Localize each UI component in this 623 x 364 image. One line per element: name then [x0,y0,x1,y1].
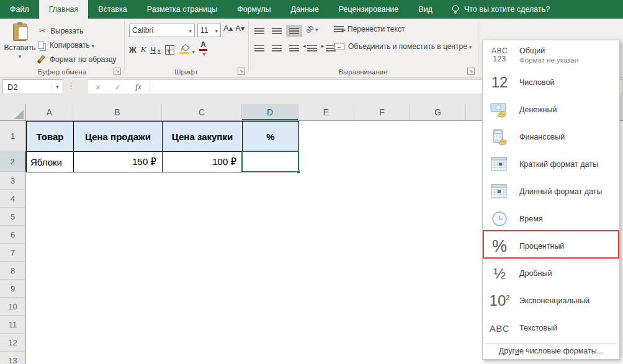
wrap-text-button[interactable]: ↵ Перенести текст [334,25,405,33]
align-bottom-button[interactable] [286,25,302,37]
copy-button[interactable]: Копировать [36,38,119,51]
insert-function-icon[interactable]: fx [127,82,150,92]
paste-button[interactable]: Вставить ▾ [5,22,35,68]
menu-item-general[interactable]: ABC123 ОбщийФормат не указан [483,42,619,69]
indent-right-icon: ▸ [321,43,325,49]
menu-item-fraction[interactable]: ½ Дробный [483,260,619,287]
name-box[interactable]: D2 ▾ [2,79,63,94]
cell-a1[interactable]: Товар [26,121,74,152]
more-number-formats-item[interactable]: Другие числовые форматы... [483,347,619,359]
dialog-launcher-icon[interactable] [114,68,121,75]
row-header-6[interactable]: 6 [0,226,26,244]
align-center-icon [272,45,282,52]
cut-button[interactable]: ✂ Вырезать [36,24,119,37]
selected-cell-d2[interactable] [241,151,299,172]
tab-formulas[interactable]: Формулы [227,0,280,19]
format-painter-label: Формат по образцу [50,55,117,64]
font-size-combobox[interactable]: 11 [197,24,221,37]
tab-review[interactable]: Рецензирование [329,0,409,19]
row-header-2[interactable]: 2 [0,151,26,172]
fill-color-button[interactable] [179,44,195,56]
font-name-value: Calibri [132,26,153,35]
decrease-indent-button[interactable]: ◂ [304,42,320,55]
row-header-7[interactable]: 7 [0,244,26,262]
column-header-b[interactable]: B [73,104,162,120]
menu-item-long-date[interactable]: Длинный формат даты [483,178,619,205]
align-right-button[interactable] [286,42,302,55]
column-header-c[interactable]: C [162,104,242,120]
column-header-a[interactable]: A [26,104,73,120]
fill-handle[interactable] [297,170,300,174]
tab-home[interactable]: Главная [39,0,89,19]
font-name-combobox[interactable]: Calibri [129,24,195,37]
column-header-d[interactable]: D [242,104,298,120]
tab-data[interactable]: Данные [281,0,329,19]
cell-c1[interactable]: Цена закупки [162,121,243,152]
tab-view[interactable]: Вид [408,0,442,19]
row-header-1[interactable]: 1 [0,121,26,151]
dialog-launcher-icon[interactable] [467,68,475,75]
general-format-icon: ABC123 [483,47,516,63]
currency-icon [483,102,516,118]
orientation-button[interactable]: ab [305,25,318,33]
tab-insert[interactable]: Вставка [88,0,137,19]
column-header-f[interactable]: F [354,104,410,120]
tell-me-search[interactable]: Что вы хотите сделать? [451,0,550,19]
row-header-4[interactable]: 4 [0,190,26,208]
menu-item-currency[interactable]: Денежный [483,96,619,123]
row-header-11[interactable]: 11 [0,316,26,334]
borders-button[interactable] [165,45,174,55]
text-format-icon: ABC [483,323,516,334]
underline-button[interactable]: Ч [150,45,160,55]
select-all-corner[interactable] [0,104,26,120]
chevron-down-icon[interactable]: ▾ [19,53,22,60]
confirm-entry-icon[interactable]: ✓ [109,82,127,92]
cell-d1[interactable]: % [242,121,299,152]
align-left-button[interactable] [251,42,267,55]
menu-item-short-date[interactable]: Краткий формат даты [483,151,619,178]
cell-a2[interactable]: Яблоки [26,151,74,172]
cell-b2[interactable]: 150 ₽ [73,151,163,172]
excel-window: Файл Главная Вставка Разметка страницы Ф… [0,0,623,364]
font-color-button[interactable]: А [199,42,207,58]
align-top-button[interactable] [251,25,267,37]
menu-item-accounting[interactable]: Финансовый [483,123,619,151]
menu-item-time[interactable]: Время [483,205,619,233]
column-header-e[interactable]: E [298,104,354,120]
tab-page-layout[interactable]: Разметка страницы [137,0,227,19]
row-header-5[interactable]: 5 [0,208,26,226]
tab-file[interactable]: Файл [0,0,39,19]
align-middle-button[interactable] [269,25,285,37]
italic-button[interactable]: К [141,45,146,55]
bold-button[interactable]: Ж [129,45,137,55]
formula-bar-divider: ⋮ [67,81,75,91]
align-center-button[interactable] [269,42,285,55]
cell-c2[interactable]: 100 ₽ [162,151,243,172]
row-header-10[interactable]: 10 [0,298,26,316]
cell-b1[interactable]: Цена продажи [73,121,163,152]
cancel-entry-icon[interactable]: × [87,82,109,92]
column-header-g[interactable]: G [410,104,466,120]
tell-me-label: Что вы хотите сделать? [464,5,550,14]
merge-center-button[interactable]: ↔ Объединить и поместить в центре [334,42,472,51]
alignment-group: ab ◂ ▸ ↵ Перенести текст ↔ Объединить и … [248,19,478,78]
scissors-icon: ✂ [38,26,47,35]
chevron-down-icon[interactable]: ▾ [52,84,63,90]
row-header-8[interactable]: 8 [0,262,26,280]
format-painter-button[interactable]: Формат по образцу [36,53,119,66]
row-header-13[interactable]: 13 [0,352,26,364]
menu-item-text[interactable]: ABC Текстовый [483,314,619,342]
shrink-font-button[interactable]: А▾ [235,24,244,33]
grow-font-button[interactable]: А▴ [223,24,233,33]
menu-separator [485,343,617,344]
font-size-value: 11 [200,26,208,35]
alignment-group-label: Выравнивание [338,68,387,76]
row-header-9[interactable]: 9 [0,280,26,298]
wrap-text-icon: ↵ [334,26,344,33]
menu-item-number[interactable]: 12 Числовой [483,69,619,96]
row-header-12[interactable]: 12 [0,334,26,352]
menu-item-scientific[interactable]: 102 Экспоненциальный [483,287,619,314]
align-top-icon [254,28,264,35]
dialog-launcher-icon[interactable] [238,68,245,75]
row-header-3[interactable]: 3 [0,172,26,190]
